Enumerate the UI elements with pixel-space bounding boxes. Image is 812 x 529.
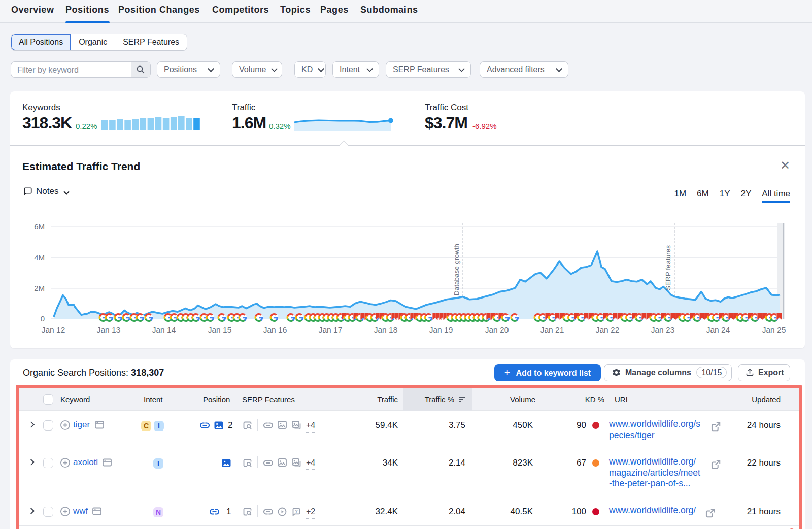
svg-text:Jan 19: Jan 19 — [429, 325, 453, 334]
svg-text:Jan 23: Jan 23 — [651, 325, 675, 334]
svg-text:Jan 21: Jan 21 — [540, 325, 564, 334]
svg-text:Jan 18: Jan 18 — [374, 325, 398, 334]
svg-text:Jan 12: Jan 12 — [42, 325, 65, 334]
svg-text:SERP features: SERP features — [664, 245, 672, 290]
svg-text:Jan 17: Jan 17 — [319, 325, 343, 334]
svg-text:0: 0 — [41, 314, 45, 323]
svg-text:Jan 20: Jan 20 — [485, 325, 509, 334]
svg-text:Jan 14: Jan 14 — [152, 325, 176, 334]
svg-text:Jan 15: Jan 15 — [208, 325, 232, 334]
svg-text:6M: 6M — [34, 222, 45, 231]
svg-text:2M: 2M — [34, 284, 45, 292]
svg-text:Jan 24: Jan 24 — [706, 325, 730, 334]
svg-text:Jan 22: Jan 22 — [596, 325, 620, 334]
svg-text:Jan 16: Jan 16 — [263, 325, 287, 334]
svg-text:Jan 25: Jan 25 — [762, 325, 786, 334]
svg-text:4M: 4M — [34, 253, 45, 262]
svg-text:Database growth: Database growth — [453, 244, 460, 295]
svg-text:Jan 13: Jan 13 — [97, 325, 121, 334]
